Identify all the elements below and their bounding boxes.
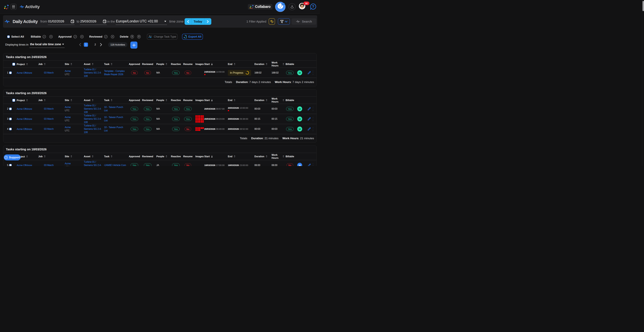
column-header-start[interactable]: Start xyxy=(204,155,230,158)
sort-icon[interactable] xyxy=(26,99,28,101)
search-button[interactable]: Search xyxy=(292,18,316,25)
column-header-resume[interactable]: Resume xyxy=(179,63,196,66)
column-header-people[interactable]: People xyxy=(156,63,168,66)
people-avatar[interactable]: M xyxy=(297,116,302,121)
user-avatar[interactable]: 32 xyxy=(299,3,305,9)
column-header-duration[interactable]: Duration xyxy=(254,63,270,66)
sort-icon[interactable] xyxy=(234,99,235,101)
column-header-task[interactable]: Task xyxy=(104,99,127,102)
column-header-task[interactable]: Task xyxy=(104,63,127,66)
asset-link[interactable]: Turbine 01 / Siemens SG 2.4-108 xyxy=(84,160,104,166)
column-header-resume[interactable]: Resume xyxy=(179,99,196,102)
column-header-images[interactable]: Images xyxy=(196,99,205,102)
job-link[interactable]: 03 March xyxy=(38,107,59,110)
sort-icon[interactable] xyxy=(266,99,267,101)
column-header-task[interactable]: Task xyxy=(104,155,127,158)
reset-filters-button[interactable] xyxy=(269,18,275,25)
column-header-people[interactable]: People xyxy=(156,99,168,102)
site-link[interactable]: Acme xyxy=(65,162,82,165)
column-header-site[interactable]: Site xyxy=(65,63,82,66)
row-checkbox[interactable] xyxy=(9,128,12,130)
support-button[interactable]: ? Support xyxy=(4,154,20,160)
sort-icon[interactable] xyxy=(211,63,213,65)
billable-yes-icon[interactable] xyxy=(42,35,46,39)
column-header-resume[interactable]: Resume xyxy=(179,155,196,158)
people-avatar[interactable]: M xyxy=(297,106,302,111)
column-header-images[interactable]: Images xyxy=(196,63,205,66)
column-header-job[interactable]: Job xyxy=(38,99,59,102)
approved-no-icon[interactable] xyxy=(80,35,84,39)
billable-no-icon[interactable] xyxy=(49,35,53,39)
sort-icon[interactable] xyxy=(234,63,235,65)
row-menu-button[interactable] xyxy=(312,71,314,75)
approved-yes-icon[interactable] xyxy=(74,35,77,39)
sort-icon[interactable] xyxy=(111,63,112,65)
edit-row-button[interactable] xyxy=(308,117,311,121)
sort-icon[interactable] xyxy=(234,155,235,157)
timezone-select[interactable]: Europe/London UTC +01:00 xyxy=(116,18,167,25)
site-link[interactable]: Acme xyxy=(65,69,82,73)
row-menu-button[interactable] xyxy=(312,107,314,111)
sort-icon[interactable] xyxy=(26,155,28,157)
site-link[interactable]: Acme xyxy=(65,106,82,109)
people-avatar[interactable]: W xyxy=(297,163,302,166)
task-link[interactable]: 10 - Taiwan Punch List xyxy=(104,106,127,112)
sort-icon[interactable] xyxy=(211,99,213,101)
section-select-all-checkbox[interactable] xyxy=(12,63,15,66)
sort-icon[interactable] xyxy=(44,63,46,65)
site-link[interactable]: Acme xyxy=(65,126,82,129)
row-menu-button[interactable] xyxy=(312,127,314,131)
sort-icon[interactable] xyxy=(266,63,267,65)
asset-link[interactable]: Turbine 01 / Siemens SG 2.4-108 xyxy=(84,104,104,114)
job-link[interactable]: 03 March xyxy=(38,128,59,130)
reviewed-no-icon[interactable] xyxy=(111,35,114,39)
column-header-end[interactable]: End xyxy=(228,99,255,102)
row-checkbox[interactable] xyxy=(9,118,12,120)
reviewed-yes-icon[interactable] xyxy=(104,35,108,39)
add-activity-button[interactable] xyxy=(130,42,138,49)
section-select-all-checkbox[interactable] xyxy=(12,99,15,102)
edit-row-button[interactable] xyxy=(308,71,311,75)
sort-icon[interactable] xyxy=(166,63,167,65)
sort-icon[interactable] xyxy=(70,63,72,65)
sort-icon[interactable] xyxy=(44,155,46,157)
column-header-asset[interactable]: Asset xyxy=(84,63,104,66)
task-link[interactable]: 10 - Taiwan Punch List xyxy=(104,116,127,122)
change-task-type-button[interactable]: Change Task Type xyxy=(147,34,178,40)
column-header-images[interactable]: Images xyxy=(196,155,205,158)
images-grid[interactable] xyxy=(196,127,205,131)
column-header-end[interactable]: End xyxy=(228,63,255,66)
page-2-button[interactable]: 2 xyxy=(93,43,97,47)
menu-button[interactable] xyxy=(10,4,16,10)
page-previous-icon[interactable] xyxy=(79,43,81,46)
column-header-site[interactable]: Site xyxy=(65,99,82,102)
column-header-duration[interactable]: Duration xyxy=(254,99,270,102)
row-menu-button[interactable] xyxy=(312,117,314,121)
filter-button[interactable] xyxy=(278,18,290,25)
edit-row-button[interactable] xyxy=(308,127,311,131)
column-header-duration[interactable]: Duration xyxy=(254,155,270,158)
column-header-people[interactable]: People xyxy=(156,155,168,158)
previous-day-button[interactable] xyxy=(184,18,192,25)
delete-icon[interactable] xyxy=(130,35,134,39)
row-menu-button[interactable] xyxy=(312,163,314,166)
sort-icon[interactable] xyxy=(166,155,167,157)
edit-row-button[interactable] xyxy=(308,107,311,111)
column-header-end[interactable]: End xyxy=(228,155,255,158)
sort-icon[interactable] xyxy=(26,63,28,65)
sort-icon[interactable] xyxy=(92,155,94,157)
from-date-input[interactable]: 01/02/2026 xyxy=(48,18,74,25)
column-header-asset[interactable]: Asset xyxy=(84,155,104,158)
sort-icon[interactable] xyxy=(211,155,213,157)
task-link[interactable]: 10 - Taiwan Punch List xyxy=(104,126,127,132)
timezone-mode-select[interactable]: the local site time zone xyxy=(30,42,64,48)
row-checkbox[interactable] xyxy=(9,164,12,166)
images-grid[interactable] xyxy=(196,115,205,123)
page-next-icon[interactable] xyxy=(100,43,102,46)
row-checkbox[interactable] xyxy=(9,108,12,110)
column-header-start[interactable]: Start xyxy=(204,99,230,102)
export-all-button[interactable]: Export All xyxy=(182,34,203,40)
asset-link[interactable]: Turbine 01 / Siemens SG 2.4-108 xyxy=(84,68,104,78)
to-date-input[interactable]: 25/03/2026 xyxy=(80,18,107,25)
task-link[interactable]: (JAMIE) Vehicle Com xyxy=(104,163,127,166)
